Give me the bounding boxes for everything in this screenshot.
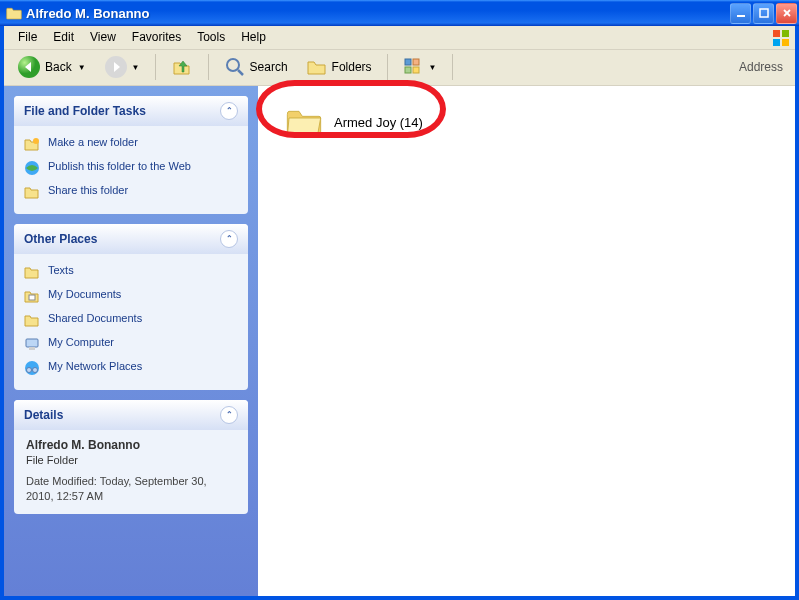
- folder-icon: [6, 6, 22, 20]
- panel-header-places[interactable]: Other Places ⌃: [14, 224, 248, 254]
- panel-other-places: Other Places ⌃ Texts My Documents Shared…: [14, 224, 248, 390]
- search-button[interactable]: Search: [217, 53, 295, 81]
- collapse-icon[interactable]: ⌃: [220, 230, 238, 248]
- back-button[interactable]: Back ▼: [10, 52, 93, 82]
- svg-rect-0: [737, 15, 745, 17]
- titlebar: Alfredo M. Bonanno: [0, 0, 799, 26]
- folder-label: Armed Joy (14): [334, 115, 423, 130]
- task-make-new-folder[interactable]: Make a new folder: [24, 132, 238, 156]
- documents-icon: [24, 288, 40, 304]
- place-my-network-places[interactable]: My Network Places: [24, 356, 238, 380]
- views-icon: [403, 57, 425, 77]
- svg-rect-15: [413, 67, 419, 73]
- place-label: My Computer: [48, 336, 114, 348]
- folders-icon: [306, 57, 328, 77]
- panel-title: Details: [24, 408, 63, 422]
- details-type: File Folder: [26, 454, 236, 466]
- up-icon: [171, 56, 193, 78]
- menubar: File Edit View Favorites Tools Help: [4, 26, 795, 50]
- svg-point-23: [33, 367, 38, 372]
- svg-rect-20: [29, 347, 35, 350]
- panel-file-folder-tasks: File and Folder Tasks ⌃ Make a new folde…: [14, 96, 248, 214]
- place-label: My Documents: [48, 288, 121, 300]
- task-share-folder[interactable]: Share this folder: [24, 180, 238, 204]
- folder-icon: [284, 106, 324, 140]
- maximize-button[interactable]: [753, 3, 774, 24]
- task-publish-to-web[interactable]: Publish this folder to the Web: [24, 156, 238, 180]
- task-label: Publish this folder to the Web: [48, 160, 191, 172]
- back-icon: [17, 55, 41, 79]
- search-label: Search: [250, 60, 288, 74]
- window-border-bottom: [0, 596, 799, 600]
- back-dropdown[interactable]: ▼: [78, 63, 86, 72]
- task-label: Share this folder: [48, 184, 128, 196]
- computer-icon: [24, 336, 40, 352]
- globe-icon: [24, 160, 40, 176]
- back-label: Back: [45, 60, 72, 74]
- views-dropdown[interactable]: ▼: [429, 63, 437, 72]
- svg-rect-5: [782, 30, 789, 37]
- svg-rect-19: [26, 339, 38, 347]
- toolbar-separator: [387, 54, 388, 80]
- content-area[interactable]: Armed Joy (14): [258, 86, 795, 596]
- toolbar: Back ▼ ▼ Search Folders ▼ Address: [4, 50, 795, 86]
- views-button[interactable]: ▼: [396, 54, 444, 80]
- svg-line-11: [238, 70, 243, 75]
- menu-edit[interactable]: Edit: [45, 27, 82, 47]
- svg-point-22: [27, 367, 32, 372]
- panel-header-details[interactable]: Details ⌃: [14, 400, 248, 430]
- svg-rect-14: [405, 67, 411, 73]
- network-icon: [24, 360, 40, 376]
- place-texts[interactable]: Texts: [24, 260, 238, 284]
- svg-rect-18: [29, 295, 35, 300]
- menu-favorites[interactable]: Favorites: [124, 27, 189, 47]
- place-my-documents[interactable]: My Documents: [24, 284, 238, 308]
- menu-help[interactable]: Help: [233, 27, 274, 47]
- svg-point-10: [227, 59, 239, 71]
- folders-label: Folders: [332, 60, 372, 74]
- details-name: Alfredo M. Bonanno: [26, 438, 236, 452]
- window-title: Alfredo M. Bonanno: [26, 6, 730, 21]
- panel-details: Details ⌃ Alfredo M. Bonanno File Folder…: [14, 400, 248, 515]
- folder-icon: [24, 264, 40, 280]
- menu-file[interactable]: File: [10, 27, 45, 47]
- toolbar-separator: [208, 54, 209, 80]
- place-label: Texts: [48, 264, 74, 276]
- svg-rect-1: [760, 9, 768, 17]
- search-icon: [224, 56, 246, 78]
- folders-button[interactable]: Folders: [299, 54, 379, 80]
- svg-rect-13: [413, 59, 419, 65]
- task-label: Make a new folder: [48, 136, 138, 148]
- svg-rect-7: [782, 39, 789, 46]
- address-label: Address: [739, 60, 789, 74]
- toolbar-separator: [155, 54, 156, 80]
- panel-header-tasks[interactable]: File and Folder Tasks ⌃: [14, 96, 248, 126]
- shared-documents-icon: [24, 312, 40, 328]
- forward-dropdown[interactable]: ▼: [132, 63, 140, 72]
- collapse-icon[interactable]: ⌃: [220, 102, 238, 120]
- close-button[interactable]: [776, 3, 797, 24]
- place-my-computer[interactable]: My Computer: [24, 332, 238, 356]
- place-label: My Network Places: [48, 360, 142, 372]
- folder-item-armed-joy[interactable]: Armed Joy (14): [284, 106, 777, 140]
- collapse-icon[interactable]: ⌃: [220, 406, 238, 424]
- svg-rect-4: [773, 30, 780, 37]
- place-shared-documents[interactable]: Shared Documents: [24, 308, 238, 332]
- panel-title: File and Folder Tasks: [24, 104, 146, 118]
- forward-icon: [104, 55, 128, 79]
- windows-flag-icon: [771, 28, 791, 48]
- details-modified: Date Modified: Today, September 30, 2010…: [26, 474, 236, 505]
- window-buttons: [730, 3, 797, 24]
- menu-tools[interactable]: Tools: [189, 27, 233, 47]
- menu-view[interactable]: View: [82, 27, 124, 47]
- svg-rect-6: [773, 39, 780, 46]
- new-folder-icon: [24, 136, 40, 152]
- place-label: Shared Documents: [48, 312, 142, 324]
- minimize-button[interactable]: [730, 3, 751, 24]
- sidebar: File and Folder Tasks ⌃ Make a new folde…: [4, 86, 258, 596]
- svg-rect-12: [405, 59, 411, 65]
- up-button[interactable]: [164, 53, 200, 81]
- svg-point-16: [33, 138, 39, 144]
- forward-button[interactable]: ▼: [97, 52, 147, 82]
- panel-title: Other Places: [24, 232, 97, 246]
